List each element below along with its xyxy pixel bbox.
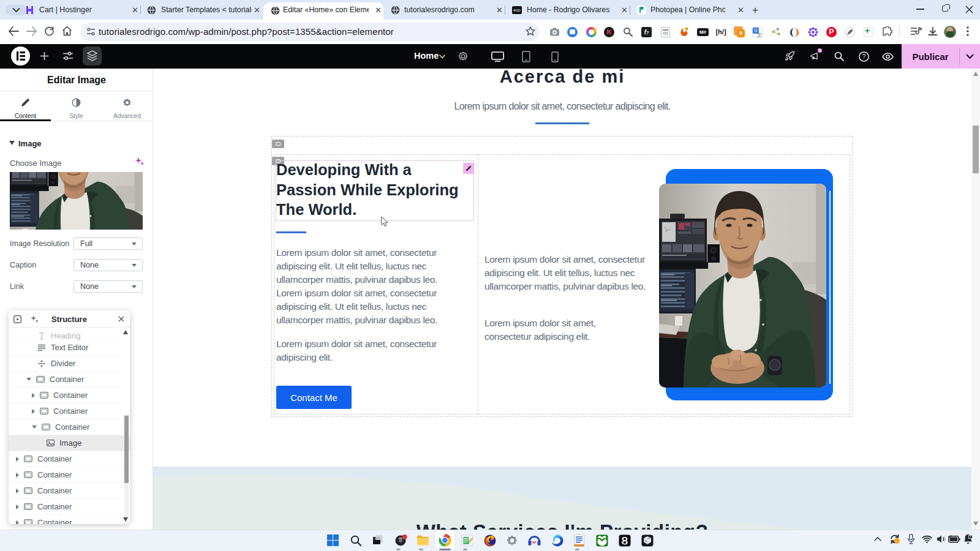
svg-text:?: ?	[862, 53, 866, 60]
